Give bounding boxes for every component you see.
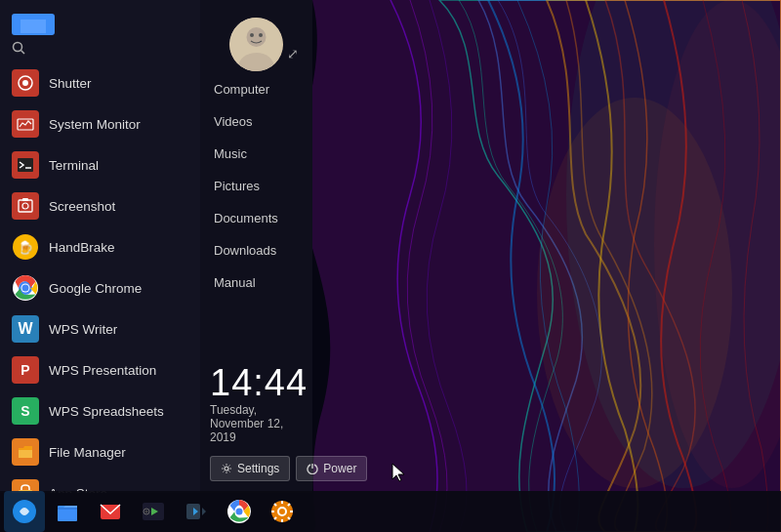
- svg-rect-10: [18, 158, 33, 172]
- app-item-file-manager[interactable]: File Manager: [0, 431, 200, 472]
- taskbar-files-button[interactable]: [47, 491, 88, 532]
- quick-link-documents-label: Documents: [214, 211, 278, 225]
- user-folder-icon[interactable]: [12, 14, 55, 35]
- power-label: Power: [323, 462, 356, 475]
- app-label-wps-presentation: WPS Presentation: [49, 363, 156, 378]
- taskbar-video-button[interactable]: [176, 491, 217, 532]
- svg-point-25: [250, 33, 254, 37]
- action-buttons: Settings Power: [210, 456, 303, 481]
- start-menu: Shutter System Monitor Terminal: [0, 0, 312, 493]
- app-item-screenshot[interactable]: Screenshot: [0, 185, 200, 226]
- settings-button[interactable]: Settings: [210, 456, 290, 481]
- handbrake-icon: 🍺: [12, 233, 39, 261]
- quick-link-music[interactable]: Music: [200, 138, 312, 170]
- svg-point-41: [236, 509, 243, 515]
- search-row[interactable]: [0, 37, 200, 62]
- taskbar-mail-button[interactable]: [90, 491, 131, 532]
- svg-line-6: [21, 51, 25, 55]
- chrome-icon: [12, 274, 39, 302]
- quick-link-manual[interactable]: Manual: [200, 266, 312, 299]
- avatar-area: [200, 10, 312, 79]
- svg-rect-30: [58, 506, 77, 521]
- svg-rect-13: [22, 198, 28, 201]
- power-icon: [307, 463, 318, 474]
- app-item-app-store[interactable]: App Store: [0, 472, 200, 493]
- app-item-wps-presentation[interactable]: P WPS Presentation: [0, 349, 200, 390]
- search-icon: [12, 41, 25, 55]
- bottom-panel: 14:44 Tuesday, November 12, 2019 Setting…: [200, 352, 312, 493]
- date-display: Tuesday, November 12, 2019: [210, 403, 303, 444]
- app-label-wps-writer: WPS Writer: [49, 322, 117, 337]
- wps-spreadsheets-icon: S: [12, 397, 39, 425]
- svg-point-27: [225, 467, 228, 471]
- settings-label: Settings: [237, 462, 279, 475]
- svg-text:🍺: 🍺: [18, 239, 34, 256]
- expand-button[interactable]: ⤢: [287, 46, 299, 61]
- quick-link-downloads-label: Downloads: [214, 243, 276, 258]
- app-label-handbrake: HandBrake: [49, 240, 115, 255]
- quick-link-computer[interactable]: Computer: [200, 73, 312, 105]
- app-label-shutter: Shutter: [49, 76, 92, 91]
- app-item-wps-writer[interactable]: W WPS Writer: [0, 308, 200, 349]
- quick-link-music-label: Music: [214, 146, 247, 161]
- quick-link-documents[interactable]: Documents: [200, 202, 312, 234]
- app-item-system-monitor[interactable]: System Monitor: [0, 103, 200, 144]
- app-item-wps-spreadsheets[interactable]: S WPS Spreadsheets: [0, 390, 200, 431]
- svg-point-23: [247, 27, 267, 47]
- taskbar-start-button[interactable]: [4, 491, 45, 532]
- system-monitor-icon: [12, 110, 39, 138]
- quick-link-computer-label: Computer: [214, 82, 269, 97]
- shutter-icon: [12, 69, 39, 97]
- svg-point-8: [22, 80, 28, 86]
- app-label-system-monitor: System Monitor: [49, 117, 141, 132]
- svg-rect-12: [19, 200, 32, 212]
- wps-writer-icon: W: [12, 315, 39, 343]
- app-item-shutter[interactable]: Shutter: [0, 62, 200, 103]
- app-item-terminal[interactable]: Terminal: [0, 144, 200, 185]
- svg-point-14: [22, 203, 28, 209]
- svg-point-35: [145, 511, 148, 513]
- app-item-handbrake[interactable]: 🍺 HandBrake: [0, 226, 200, 267]
- quick-link-videos-label: Videos: [214, 114, 253, 129]
- app-list-panel: Shutter System Monitor Terminal: [0, 0, 200, 493]
- app-label-screenshot: Screenshot: [49, 199, 115, 214]
- quick-link-pictures-label: Pictures: [214, 179, 260, 193]
- app-item-google-chrome[interactable]: Google Chrome: [0, 267, 200, 308]
- taskbar-media-button[interactable]: [133, 491, 174, 532]
- right-panel: ⤢ Computer Videos Music Pictures Documen…: [200, 0, 312, 493]
- quick-link-videos[interactable]: Videos: [200, 105, 312, 138]
- svg-point-26: [259, 33, 263, 37]
- settings-gear-icon: [221, 463, 232, 474]
- screenshot-icon: [12, 192, 39, 220]
- wps-presentation-icon: P: [12, 356, 39, 384]
- taskbar: [0, 491, 781, 532]
- terminal-icon: [12, 151, 39, 179]
- taskbar-chrome-button[interactable]: [219, 491, 260, 532]
- time-display: 14:44: [210, 364, 303, 401]
- svg-point-5: [14, 43, 22, 52]
- file-manager-icon: [12, 438, 39, 466]
- quick-link-manual-label: Manual: [214, 275, 256, 290]
- avatar: [229, 18, 283, 71]
- taskbar-settings-button[interactable]: [262, 491, 303, 532]
- svg-point-20: [22, 285, 29, 292]
- app-label-file-manager: File Manager: [49, 445, 126, 460]
- svg-marker-37: [202, 508, 206, 515]
- app-label-terminal: Terminal: [49, 158, 99, 173]
- app-label-chrome: Google Chrome: [49, 281, 142, 296]
- app-label-wps-spreadsheets: WPS Spreadsheets: [49, 404, 164, 419]
- quick-link-pictures[interactable]: Pictures: [200, 170, 312, 202]
- power-button[interactable]: Power: [296, 456, 367, 481]
- quick-link-downloads[interactable]: Downloads: [200, 234, 312, 266]
